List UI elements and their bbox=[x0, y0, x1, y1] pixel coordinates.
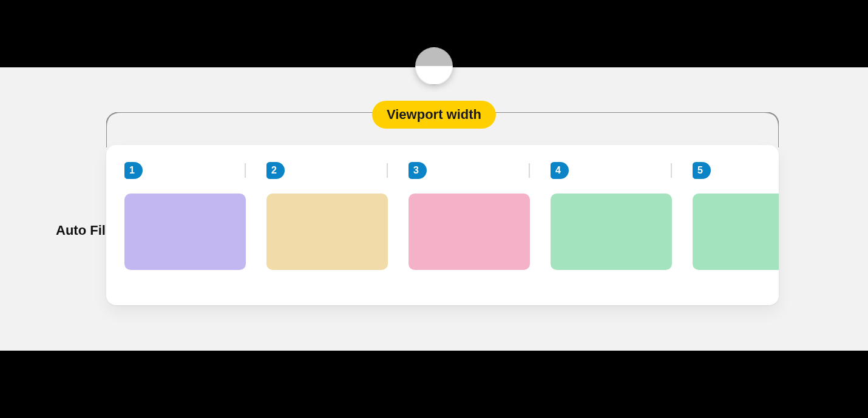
grid-cell bbox=[409, 194, 530, 270]
column-number-badge: 2 bbox=[266, 162, 285, 179]
column-guide-line bbox=[529, 163, 530, 178]
drag-handle-icon[interactable] bbox=[415, 47, 453, 85]
column-guide-line bbox=[671, 163, 672, 178]
column-number-badge: 4 bbox=[551, 162, 569, 179]
column-number-badge: 5 bbox=[693, 162, 711, 179]
column-number-badge: 1 bbox=[124, 162, 143, 179]
grid-cell bbox=[266, 194, 388, 270]
auto-fill-label: Auto Fill bbox=[56, 223, 109, 238]
column-track: 123456 bbox=[124, 163, 779, 275]
grid-container-card: 123456 bbox=[106, 145, 779, 305]
stage: Viewport width Auto Fill 123456 bbox=[0, 67, 868, 351]
letterbox-bottom bbox=[0, 351, 868, 418]
column-guide-line bbox=[245, 163, 246, 178]
column-guide-line bbox=[387, 163, 388, 178]
grid-cell bbox=[693, 194, 779, 270]
column-number-badge: 3 bbox=[409, 162, 427, 179]
grid-cell bbox=[551, 194, 672, 270]
viewport-width-label: Viewport width bbox=[372, 101, 496, 129]
grid-cell bbox=[124, 194, 246, 270]
